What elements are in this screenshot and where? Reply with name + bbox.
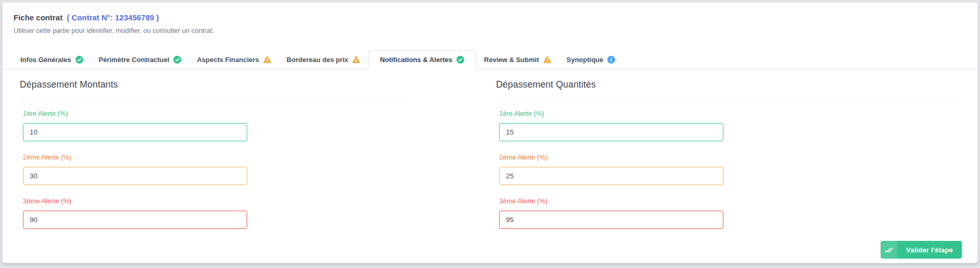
field-quantites-alerte-2: 2ème Alerte (%) [499, 153, 962, 185]
field-label: 3ème Alerte (%) [23, 197, 406, 205]
contract-number: ( Contrat N°: 123456789 ) [67, 13, 159, 22]
tab-synoptique[interactable]: Synoptique [559, 50, 623, 69]
step-footer: Valider l'étape [496, 241, 962, 259]
tab-label: Notifications & Alertes [380, 56, 452, 64]
check-circle-icon [75, 56, 83, 64]
section-title: Dépassement Montants [20, 79, 406, 100]
montants-alerte-1-input[interactable] [23, 123, 247, 141]
tab-notifications-alertes[interactable]: Notifications & Alertes [368, 50, 476, 69]
field-montants-alerte-1: 1ère Alerte (%) [23, 109, 406, 141]
field-label: 1ère Alerte (%) [23, 109, 406, 117]
quantites-alerte-3-input[interactable] [499, 211, 723, 229]
page-title: Fiche contrat [14, 13, 62, 22]
warning-triangle-icon [352, 56, 360, 64]
quantites-alerte-1-input[interactable] [499, 123, 723, 141]
alert-columns: Dépassement Montants 1ère Alerte (%) 2èm… [20, 79, 977, 259]
fields-montants: 1ère Alerte (%) 2ème Alerte (%) 3ème Ale… [23, 100, 406, 229]
tab-review-submit[interactable]: Review & Submit [476, 50, 558, 69]
check-circle-icon [456, 56, 464, 64]
tab-label: Synoptique [567, 56, 604, 64]
field-label: 1ère Alerte (%) [499, 109, 962, 117]
field-label: 2ème Alerte (%) [23, 153, 406, 161]
card-header: Fiche contrat ( Contrat N°: 123456789 ) … [3, 3, 977, 34]
warning-triangle-icon [543, 56, 551, 64]
quantites-alerte-2-input[interactable] [499, 167, 723, 185]
tab-label: Périmètre Contractuel [99, 56, 170, 64]
tab-bordereau-des-prix[interactable]: Bordereau des prix [279, 50, 368, 69]
tab-perimetre-contractuel[interactable]: Périmètre Contractuel [91, 50, 189, 69]
double-check-icon [881, 241, 897, 259]
field-montants-alerte-3: 3ème Alerte (%) [23, 197, 406, 229]
tab-content: Dépassement Montants 1ère Alerte (%) 2èm… [3, 69, 977, 259]
field-label: 3ème Alerte (%) [499, 197, 962, 205]
check-circle-icon [173, 56, 181, 64]
tab-bar: Infos Générales Périmètre Contractuel As… [3, 50, 977, 69]
info-circle-icon [607, 56, 615, 64]
tab-aspects-financiers[interactable]: Aspects Financiers [189, 50, 278, 69]
validate-step-label: Valider l'étape [897, 241, 962, 259]
section-depassement-quantites: Dépassement Quantités 1ère Alerte (%) 2è… [496, 79, 962, 259]
title-row: Fiche contrat ( Contrat N°: 123456789 ) [14, 13, 966, 22]
montants-alerte-3-input[interactable] [23, 211, 247, 229]
validate-step-button[interactable]: Valider l'étape [881, 241, 962, 259]
contract-card: Fiche contrat ( Contrat N°: 123456789 ) … [2, 2, 978, 263]
section-title: Dépassement Quantités [496, 79, 962, 100]
tab-infos-generales[interactable]: Infos Générales [12, 50, 91, 69]
tab-label: Infos Générales [20, 56, 71, 64]
tab-label: Aspects Financiers [197, 56, 259, 64]
fields-quantites: 1ère Alerte (%) 2ème Alerte (%) 3ème Ale… [499, 100, 962, 229]
field-label: 2ème Alerte (%) [499, 153, 962, 161]
warning-triangle-icon [263, 56, 271, 64]
field-montants-alerte-2: 2ème Alerte (%) [23, 153, 406, 185]
field-quantites-alerte-3: 3ème Alerte (%) [499, 197, 962, 229]
page-subtitle: Utiliser cette partie pour identifier, m… [14, 27, 966, 34]
tab-label: Review & Submit [484, 56, 539, 64]
tab-label: Bordereau des prix [287, 56, 349, 64]
montants-alerte-2-input[interactable] [23, 167, 247, 185]
section-depassement-montants: Dépassement Montants 1ère Alerte (%) 2èm… [20, 79, 406, 259]
field-quantites-alerte-1: 1ère Alerte (%) [499, 109, 962, 141]
